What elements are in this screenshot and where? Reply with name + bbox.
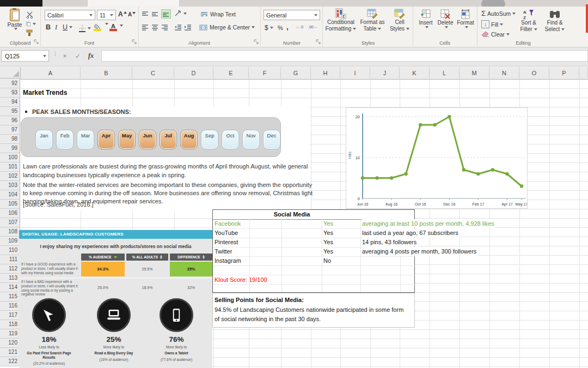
find-select-button[interactable]: Find & Select [542, 9, 567, 33]
bold-button[interactable]: B [46, 23, 51, 31]
format-painter-button[interactable] [26, 28, 36, 37]
column-header-E[interactable]: E [213, 67, 249, 79]
row-header-117[interactable]: 117 [0, 311, 20, 320]
number-format-combo[interactable]: General [264, 10, 320, 20]
format-as-table-button[interactable]: Format as Table [358, 8, 387, 32]
decrease-indent-button[interactable] [174, 23, 184, 31]
font-color-caret[interactable] [118, 25, 123, 27]
copy-button[interactable] [26, 20, 36, 28]
align-top-button[interactable] [142, 10, 151, 18]
months-panel[interactable]: JanFebMarAprMayJunJulAugSepOctNovDec [21, 117, 281, 157]
accounting-format-button[interactable]: $ [265, 24, 273, 32]
column-header-P[interactable]: P [549, 67, 579, 79]
underline-button[interactable]: U [63, 23, 72, 31]
increase-decimal-button[interactable]: ←.0 [296, 25, 303, 29]
selling-points-block[interactable]: Selling Points for Social Media: 94.5% o… [212, 293, 415, 328]
month-apr[interactable]: Apr [97, 130, 115, 149]
row-header-100[interactable]: 100 [0, 153, 20, 162]
row-header-97[interactable]: 97 [0, 125, 20, 135]
row-header-122[interactable]: 122 [0, 357, 20, 366]
month-sep[interactable]: Sep [201, 130, 218, 149]
row-header-121[interactable]: 121 [0, 348, 20, 357]
align-center-button[interactable] [151, 23, 161, 31]
fill-button[interactable]: ↓ Fill [481, 20, 503, 28]
month-oct[interactable]: Oct [222, 130, 239, 149]
row-header-114[interactable]: 114 [0, 283, 20, 292]
home-tab-fragment[interactable] [87, 0, 180, 7]
sort-filter-button[interactable]: A Z Sort & Filter [516, 9, 541, 33]
row-header-108[interactable]: 108 [0, 227, 20, 237]
column-header-F[interactable]: F [249, 67, 281, 79]
select-all-corner[interactable] [0, 67, 21, 79]
font-color-button[interactable]: A [109, 23, 117, 31]
merge-center-button[interactable]: Merge & Center [199, 24, 255, 31]
row-header-102[interactable]: 102 [0, 172, 20, 181]
insert-cells-button[interactable]: Insert [417, 9, 434, 28]
fill-color-button[interactable] [94, 23, 101, 31]
decrease-decimal-button[interactable]: .00→ [308, 25, 317, 29]
comma-style-button[interactable]: , [286, 23, 289, 31]
row-header-95[interactable]: 95 [0, 107, 20, 116]
column-header-M[interactable]: M [460, 67, 489, 79]
conditional-formatting-button[interactable]: Conditional Formatting [324, 8, 357, 32]
column-header-K[interactable]: K [400, 67, 430, 79]
month-nov[interactable]: Nov [242, 130, 260, 149]
delete-cells-button[interactable]: Delete [437, 9, 454, 28]
cancel-button[interactable]: × [59, 50, 71, 62]
row-header-107[interactable]: 107 [0, 218, 20, 227]
align-left-button[interactable] [142, 23, 151, 31]
month-jun[interactable]: Jun [139, 130, 156, 149]
month-mar[interactable]: Mar [77, 130, 94, 149]
row-header-111[interactable]: 111 [0, 255, 20, 264]
digital-usage-infographic[interactable]: DIGITAL USAGE: LANDSCAPING CUSTOMERS I e… [19, 230, 212, 368]
name-box-resize-handle[interactable]: ⋮ [53, 52, 54, 60]
row-header-104[interactable]: 104 [0, 190, 20, 200]
month-jan[interactable]: Jan [35, 130, 53, 149]
font-dialog-launcher[interactable] [132, 39, 137, 45]
row-header-96[interactable]: 96 [0, 116, 20, 125]
clear-button[interactable]: Clear [481, 31, 510, 38]
row-header-110[interactable]: 110 [0, 246, 20, 255]
italic-button[interactable]: I [55, 23, 57, 32]
row-header-93[interactable]: 93 [0, 88, 20, 98]
column-header-L[interactable]: L [430, 67, 460, 79]
row-header-116[interactable]: 116 [0, 301, 20, 311]
formula-input[interactable] [101, 50, 588, 62]
shrink-font-button[interactable]: A [128, 11, 136, 17]
row-header-113[interactable]: 113 [0, 274, 20, 283]
row-header-106[interactable]: 106 [0, 209, 20, 218]
autosum-button[interactable]: Σ AutoSum [481, 9, 516, 17]
align-right-button[interactable] [161, 23, 171, 31]
hits-line-chart[interactable]: 01020HitsJun 16Aug 16Oct 16Dec 16Feb 17A… [346, 107, 528, 209]
row-header-103[interactable]: 103 [0, 181, 20, 190]
row-header-94[interactable]: 94 [0, 98, 20, 107]
format-cells-button[interactable]: Format [456, 9, 475, 28]
column-header-A[interactable]: A [21, 67, 81, 79]
row-header-115[interactable]: 115 [0, 292, 20, 301]
column-header-I[interactable]: I [340, 67, 370, 79]
column-header-H[interactable]: H [311, 67, 340, 79]
enter-button[interactable]: ✓ [72, 50, 84, 62]
cut-button[interactable] [26, 11, 36, 19]
row-header-105[interactable]: 105 [0, 200, 20, 209]
alignment-dialog-launcher[interactable] [254, 39, 259, 45]
grow-font-button[interactable]: A [118, 10, 127, 18]
month-feb[interactable]: Feb [56, 130, 74, 149]
month-jul[interactable]: Jul [160, 130, 177, 149]
name-box[interactable]: Q125 [1, 50, 49, 62]
align-bottom-button[interactable] [161, 9, 171, 19]
social-media-table[interactable]: Social Media FacebookYesaveraging at lea… [212, 209, 415, 293]
month-may[interactable]: May [118, 130, 136, 149]
row-header-98[interactable]: 98 [0, 135, 20, 144]
row-header-101[interactable]: 101 [0, 162, 20, 172]
row-header-99[interactable]: 99 [0, 144, 20, 153]
column-header-B[interactable]: B [81, 67, 132, 79]
fill-color-caret[interactable] [103, 23, 108, 25]
font-name-combo[interactable]: Calibri [45, 10, 95, 20]
increase-indent-button[interactable] [184, 23, 194, 31]
font-size-combo[interactable]: 11 [97, 10, 116, 20]
column-header-partial[interactable] [579, 67, 588, 79]
row-header-119[interactable]: 119 [0, 329, 20, 339]
month-dec[interactable]: Dec [263, 130, 280, 149]
column-header-O[interactable]: O [519, 67, 549, 79]
